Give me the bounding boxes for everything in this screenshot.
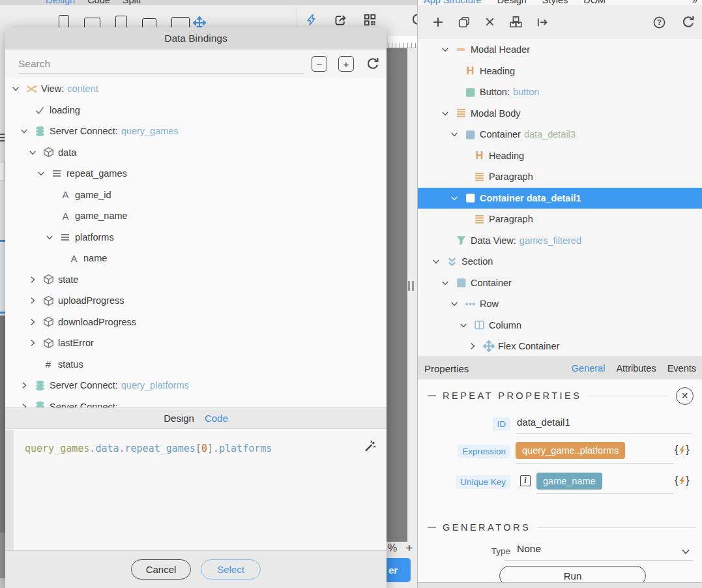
tree-item-container[interactable]: Containerdata_detail3 <box>418 124 702 145</box>
chevron-down-icon[interactable] <box>450 194 465 202</box>
modal-title[interactable]: Data Bindings <box>5 27 387 50</box>
hidden-primary-button[interactable]: er <box>385 558 411 582</box>
tab-dom[interactable]: DOM <box>583 0 606 5</box>
chevron-right-icon[interactable] <box>469 342 483 350</box>
add-element-icon[interactable] <box>432 16 444 28</box>
select-button[interactable]: Select <box>201 559 261 580</box>
section-collapse-dash[interactable] <box>428 527 436 528</box>
type-select[interactable]: None <box>517 543 541 555</box>
tree-item-heading[interactable]: HHeading <box>418 61 702 82</box>
chevron-down-icon[interactable] <box>37 169 51 177</box>
chevron-down-icon[interactable] <box>441 279 456 287</box>
components-icon[interactable] <box>510 16 522 28</box>
cancel-button[interactable]: Cancel <box>131 559 191 580</box>
tree-item-row[interactable]: Row <box>418 293 702 315</box>
chevron-right-icon[interactable] <box>29 276 43 284</box>
tree-item-modal-header[interactable]: Modal Header <box>418 39 702 61</box>
expression-code-area[interactable]: query_games.data.repeat_games[0].platfor… <box>5 430 387 550</box>
qr-code-icon[interactable] <box>364 14 376 26</box>
tree-item-data[interactable]: data <box>5 142 387 164</box>
tree-item-loading[interactable]: loading <box>5 100 387 121</box>
tree-item-container-data-detail1[interactable]: Container data_detail1 <box>418 188 702 209</box>
magic-wand-icon[interactable] <box>364 440 376 452</box>
tab-design[interactable]: Design <box>46 0 75 5</box>
share-icon[interactable] <box>334 14 347 26</box>
chevron-down-icon[interactable] <box>46 233 60 241</box>
properties-tab-events[interactable]: Events <box>667 363 696 374</box>
tree-item-paragraph[interactable]: Paragraph <box>418 166 702 188</box>
chevron-down-icon[interactable] <box>450 300 465 308</box>
tree-item-lasterror[interactable]: lastError <box>5 332 387 354</box>
move-to-icon[interactable] <box>536 16 548 28</box>
tree-item-modal-body[interactable]: Modal Body <box>418 103 702 125</box>
canvas-zoom-control[interactable]: % + <box>388 540 417 556</box>
tree-item-heading[interactable]: HHeading <box>418 145 702 167</box>
tree-item-uploadprogress[interactable]: uploadProgress <box>5 290 387 312</box>
close-section-button[interactable]: ✕ <box>676 387 694 405</box>
tree-item-flex-container[interactable]: Flex Container <box>418 336 702 357</box>
tree-item-repeat-games[interactable]: repeat_games <box>5 163 387 184</box>
info-icon[interactable]: i <box>520 475 531 486</box>
refresh-icon[interactable] <box>366 57 381 72</box>
tab-split[interactable]: Split <box>123 0 141 5</box>
panel-resize-handle[interactable] <box>408 281 415 291</box>
delete-icon[interactable] <box>484 16 495 27</box>
chevron-right-icon[interactable] <box>29 339 43 347</box>
collapse-all-button[interactable]: − <box>312 56 327 72</box>
tree-item-view[interactable]: View:content <box>5 78 387 100</box>
tab-styles[interactable]: Styles <box>542 0 568 5</box>
tree-item-section[interactable]: Section <box>418 251 702 272</box>
id-value[interactable]: data_detail1 <box>517 417 570 428</box>
tree-item-server-connect[interactable]: Server Connect:query_games <box>5 121 387 142</box>
chevron-right-icon[interactable] <box>20 403 35 407</box>
expression-code[interactable]: query_games.data.repeat_games[0].platfor… <box>25 443 272 454</box>
tree-item-name[interactable]: Aname <box>5 248 387 269</box>
chevron-down-icon[interactable] <box>460 321 474 329</box>
chevron-down-icon[interactable] <box>29 149 43 156</box>
chevron-down-icon[interactable] <box>12 85 26 93</box>
chevron-down-icon[interactable] <box>432 257 446 265</box>
chevron-down-icon[interactable] <box>450 130 465 138</box>
tree-item-server-connect[interactable]: Server Connect: <box>5 396 387 408</box>
expression-value[interactable]: query_game..platforms <box>516 442 625 459</box>
binding-picker-icon[interactable]: {} <box>675 444 690 456</box>
chevron-down-icon[interactable] <box>441 46 456 53</box>
chevron-right-icon[interactable] <box>29 297 43 304</box>
expand-all-button[interactable]: + <box>338 56 354 72</box>
binding-picker-icon[interactable]: {} <box>675 475 690 486</box>
refresh-icon[interactable] <box>682 16 695 29</box>
search-input[interactable] <box>18 54 304 74</box>
properties-tab-general[interactable]: General <box>572 363 606 374</box>
tree-item-column[interactable]: Column <box>418 315 702 336</box>
editor-tab-design[interactable]: Design <box>164 413 194 424</box>
tree-item-data-view[interactable]: Data View:games_filtered <box>418 230 702 252</box>
chevron-down-icon[interactable] <box>681 547 690 556</box>
editor-tab-code[interactable]: Code <box>205 413 228 424</box>
tree-item-state[interactable]: state <box>5 269 387 291</box>
tree-item-platforms[interactable]: platforms <box>5 227 387 248</box>
unique-key-value[interactable]: game_name <box>536 473 602 490</box>
chevron-right-icon[interactable] <box>20 381 35 389</box>
tab-design[interactable]: Design <box>497 0 527 5</box>
tree-item-server-connect[interactable]: Server Connect:query_platforms <box>5 375 387 396</box>
tree-item-container[interactable]: Container <box>418 272 702 294</box>
properties-tab-attributes[interactable]: Attributes <box>616 363 656 374</box>
tree-item-paragraph[interactable]: Paragraph <box>418 209 702 230</box>
tab-code[interactable]: Code <box>87 0 110 5</box>
chevron-down-icon[interactable] <box>441 110 456 117</box>
help-icon[interactable]: ? <box>653 16 665 29</box>
tree-item-status[interactable]: #status <box>5 354 387 375</box>
section-collapse-dash[interactable] <box>428 395 436 396</box>
zoom-in-button[interactable]: + <box>405 541 413 555</box>
duplicate-icon[interactable] <box>458 16 470 28</box>
chevron-right-icon[interactable] <box>29 318 43 326</box>
tree-item-downloadprogress[interactable]: downloadProgress <box>5 312 387 333</box>
tree-item-game-id[interactable]: Agame_id <box>5 184 387 206</box>
chevron-down-icon[interactable] <box>20 127 35 135</box>
tabs-overflow-icon[interactable]: » <box>692 0 697 5</box>
lightning-icon[interactable] <box>305 14 317 26</box>
tree-item-button[interactable]: Button:button <box>418 81 702 103</box>
panel-tabs: App StructureDesignStylesDOM» <box>424 0 697 5</box>
tree-item-game-name[interactable]: Agame_name <box>5 205 387 227</box>
tab-app-structure[interactable]: App Structure <box>424 0 482 5</box>
